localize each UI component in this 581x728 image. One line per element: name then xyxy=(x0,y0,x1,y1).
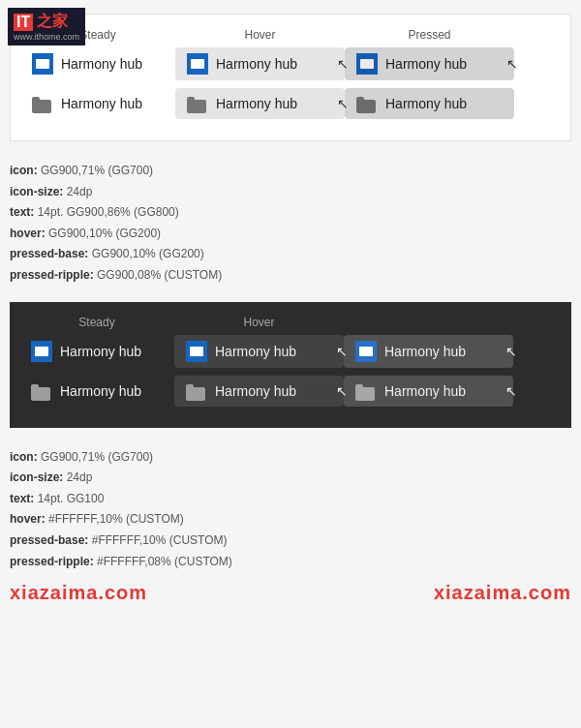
light-specs: icon: GG900,71% (GG700) icon-size: 24dp … xyxy=(0,151,581,292)
dark-row2-steady[interactable]: Harmony hub xyxy=(19,376,174,407)
dark-specs: icon: GG900,71% (GG700) icon-size: 24dp … xyxy=(0,438,581,579)
blue-square-icon xyxy=(187,53,208,75)
it-badge: IT xyxy=(14,14,33,31)
blue-square-icon xyxy=(32,53,53,75)
dark-row1-hover[interactable]: Harmony hub ↖ xyxy=(174,335,344,368)
light-row1-hover[interactable]: Harmony hub ↖ xyxy=(175,47,345,80)
cursor-pressed-icon: ↖ xyxy=(506,56,518,72)
dark-hover-header: Hover xyxy=(174,316,344,329)
dark-row1-steady[interactable]: Harmony hub xyxy=(19,335,174,368)
item-label: Harmony hub xyxy=(385,96,467,111)
watermark-bottom-right: xiazaima.com xyxy=(434,582,571,604)
spec-hover: hover: GG900,10% (GG200) xyxy=(10,224,571,245)
spec-text: text: 14pt. GG900,86% (GG800) xyxy=(10,202,571,224)
light-row2-pressed[interactable]: Harmony hub xyxy=(345,88,514,119)
light-row-2-grid: Harmony hub Harmony hub ↖ xyxy=(20,88,514,119)
dark-col-headers: Steady Hover xyxy=(19,316,562,329)
watermark-bottom-left: xiazaima.com xyxy=(10,582,147,604)
cursor-pressed-icon: ↖ xyxy=(505,383,517,399)
light-row-1: Harmony hub Harmony hub ↖ Harmony hub ↖ xyxy=(20,47,561,80)
item-label: Harmony hub xyxy=(60,383,141,399)
light-row2-hover[interactable]: Harmony hub ↖ xyxy=(175,88,345,119)
dark-spec-pressed-ripple: pressed-ripple: #FFFFFF,08% (CUSTOM) xyxy=(10,552,571,573)
dark-steady-header: Steady xyxy=(19,316,174,329)
blue-square-icon xyxy=(355,341,377,362)
light-row-1-grid: Harmony hub Harmony hub ↖ Harmony hub ↖ xyxy=(20,47,514,80)
folder-icon xyxy=(187,94,208,113)
dark-row-2: Harmony hub Harmony hub ↖ xyxy=(19,376,562,407)
item-label: Harmony hub xyxy=(384,344,466,359)
blue-square-icon xyxy=(356,53,378,75)
dark-section: Steady Hover Harmony hub Harmony hub ↖ xyxy=(10,302,571,428)
folder-icon xyxy=(31,381,52,401)
folder-icon xyxy=(355,381,377,401)
dark-row2-pressed[interactable]: Harmony hub ↖ xyxy=(344,376,513,407)
item-label: Harmony hub xyxy=(61,56,142,72)
dark-row1-pressed[interactable]: Harmony hub ↖ xyxy=(344,335,513,368)
dark-spec-pressed-base: pressed-base: #FFFFFF,10% (CUSTOM) xyxy=(10,531,571,552)
item-label: Harmony hub xyxy=(384,383,466,399)
light-hover-header: Hover xyxy=(175,28,345,42)
cursor-pressed-icon: ↖ xyxy=(505,344,517,359)
item-label: Harmony hub xyxy=(215,383,296,399)
spec-pressed-base: pressed-base: GG900,10% (GG200) xyxy=(10,244,571,265)
dark-spec-icon: icon: GG900,71% (GG700) xyxy=(10,447,571,469)
item-label: Harmony hub xyxy=(216,96,297,111)
folder-icon xyxy=(186,381,207,401)
light-row-2: Harmony hub Harmony hub ↖ xyxy=(20,88,561,119)
light-row1-steady[interactable]: Harmony hub xyxy=(20,47,175,80)
folder-icon xyxy=(356,94,378,113)
spec-icon: icon: GG900,71% (GG700) xyxy=(10,161,571,182)
dark-spec-icon-size: icon-size: 24dp xyxy=(10,468,571,489)
item-label: Harmony hub xyxy=(216,56,297,72)
spec-icon-size: icon-size: 24dp xyxy=(10,182,571,203)
spec-pressed-ripple: pressed-ripple: GG900,08% (CUSTOM) xyxy=(10,265,571,287)
light-col-headers: Steady Hover Pressed xyxy=(20,28,561,42)
item-label: Harmony hub xyxy=(61,96,142,111)
folder-icon xyxy=(32,94,53,113)
blue-square-icon xyxy=(186,341,207,362)
light-row1-pressed[interactable]: Harmony hub ↖ xyxy=(345,47,514,80)
dark-row-1: Harmony hub Harmony hub ↖ Harmony hub ↖ xyxy=(19,335,562,368)
dark-spec-text: text: 14pt. GG100 xyxy=(10,489,571,510)
light-pressed-header: Pressed xyxy=(345,28,514,42)
light-row2-steady[interactable]: Harmony hub xyxy=(20,88,175,119)
dark-pressed-header xyxy=(344,316,513,329)
dark-spec-hover: hover: #FFFFFF,10% (CUSTOM) xyxy=(10,509,571,531)
item-label: Harmony hub xyxy=(385,56,467,72)
light-section: Steady Hover Pressed Harmony hub Harmony… xyxy=(10,14,571,141)
dark-row-1-grid: Harmony hub Harmony hub ↖ Harmony hub ↖ xyxy=(19,335,513,368)
wm-title-text: 之家 xyxy=(37,12,68,32)
dark-row2-hover[interactable]: Harmony hub ↖ xyxy=(174,376,344,407)
blue-square-icon xyxy=(31,341,52,362)
item-label: Harmony hub xyxy=(60,344,141,359)
dark-row-2-grid: Harmony hub Harmony hub ↖ xyxy=(19,376,513,407)
wm-url: www.ithome.com xyxy=(14,32,79,42)
watermark-top: IT 之家 www.ithome.com xyxy=(8,8,85,46)
item-label: Harmony hub xyxy=(215,344,296,359)
